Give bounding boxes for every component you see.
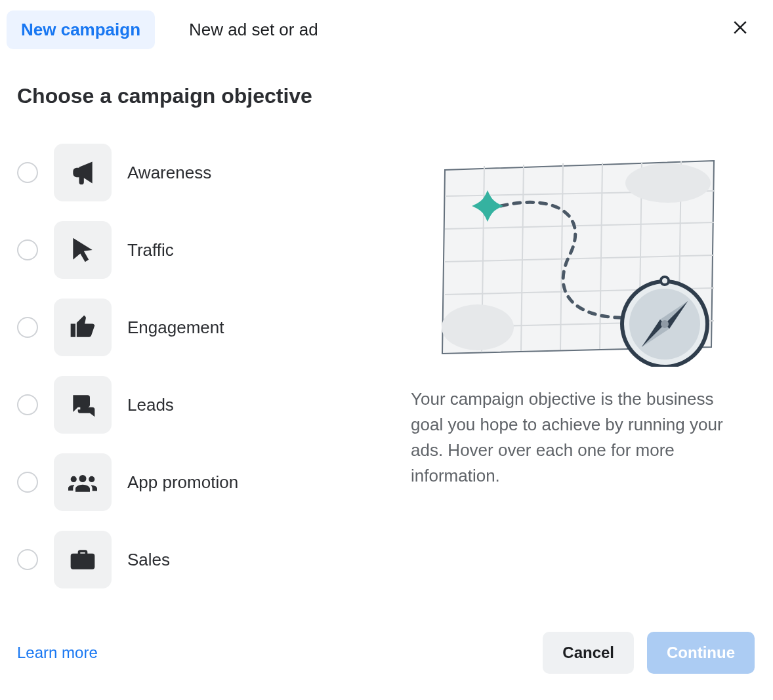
objective-engagement[interactable]: Engagement — [17, 299, 385, 356]
group-icon — [68, 468, 97, 497]
thumbs-up-icon — [68, 313, 97, 342]
tabs-row: New campaign New ad set or ad — [7, 7, 755, 52]
radio-sales[interactable] — [17, 549, 38, 570]
objective-icon-box — [54, 221, 112, 279]
svg-point-12 — [625, 163, 711, 203]
svg-point-18 — [662, 278, 667, 283]
cursor-icon — [68, 236, 97, 264]
learn-more-link[interactable]: Learn more — [17, 644, 98, 662]
compass-map-illustration — [438, 157, 721, 367]
objectives-list: Awareness Traffic Engagement — [17, 117, 385, 612]
close-button[interactable] — [726, 12, 755, 41]
objective-icon-box — [54, 531, 112, 588]
radio-engagement[interactable] — [17, 317, 38, 338]
objective-leads[interactable]: Leads — [17, 376, 385, 434]
objective-label: Engagement — [127, 318, 224, 338]
close-icon — [730, 16, 750, 36]
objective-awareness[interactable]: Awareness — [17, 144, 385, 201]
objective-icon-box — [54, 453, 112, 511]
radio-awareness[interactable] — [17, 162, 38, 183]
info-description: Your campaign objective is the business … — [411, 386, 748, 489]
objective-label: Traffic — [127, 240, 174, 260]
tab-new-campaign[interactable]: New campaign — [7, 10, 155, 49]
dialog-footer: Learn more Cancel Continue — [7, 612, 755, 674]
objective-label: App promotion — [127, 472, 238, 493]
content-row: Awareness Traffic Engagement — [7, 117, 755, 612]
objective-traffic[interactable]: Traffic — [17, 221, 385, 279]
radio-traffic[interactable] — [17, 239, 38, 260]
page-title: Choose a campaign objective — [17, 84, 755, 108]
chat-bubbles-icon — [68, 390, 97, 419]
radio-app-promotion[interactable] — [17, 472, 38, 493]
objective-icon-box — [54, 144, 112, 201]
svg-point-13 — [442, 304, 514, 350]
objective-app-promotion[interactable]: App promotion — [17, 453, 385, 511]
continue-button[interactable]: Continue — [647, 632, 755, 674]
objective-label: Leads — [127, 395, 174, 415]
footer-buttons: Cancel Continue — [543, 632, 755, 674]
svg-point-22 — [661, 320, 669, 328]
objective-icon-box — [54, 376, 112, 434]
new-campaign-dialog: New campaign New ad set or ad Choose a c… — [0, 0, 773, 700]
objective-label: Awareness — [127, 163, 211, 183]
briefcase-icon — [68, 545, 97, 574]
objective-sales[interactable]: Sales — [17, 531, 385, 588]
tab-new-adset-or-ad[interactable]: New ad set or ad — [175, 10, 333, 49]
info-panel: Your campaign objective is the business … — [398, 117, 755, 612]
objective-icon-box — [54, 299, 112, 356]
objective-label: Sales — [127, 550, 170, 570]
cancel-button[interactable]: Cancel — [543, 632, 634, 674]
megaphone-icon — [68, 158, 97, 187]
radio-leads[interactable] — [17, 394, 38, 415]
